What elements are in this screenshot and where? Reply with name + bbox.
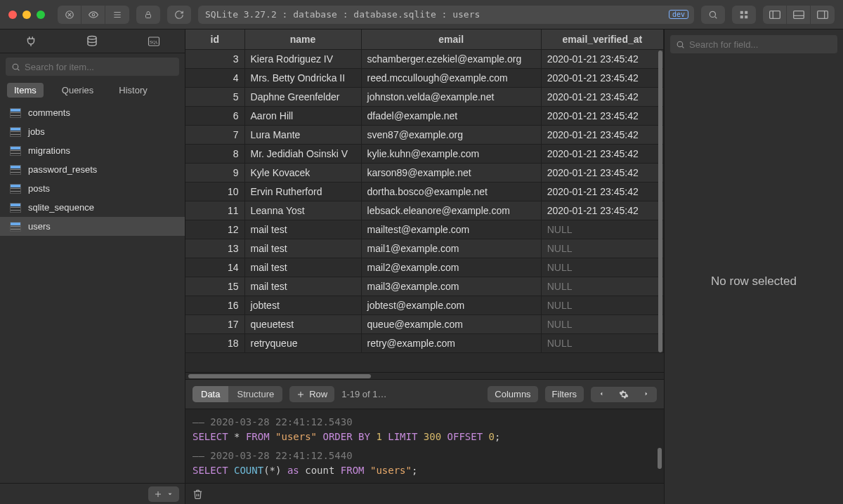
cell-date[interactable]: 2020-01-21 23:45:42 [541, 68, 663, 87]
minimize-window[interactable] [22, 11, 31, 19]
cell-name[interactable]: Lura Mante [244, 125, 361, 144]
cell-email[interactable]: mail3@example.com [361, 277, 541, 296]
cell-name[interactable]: Leanna Yost [244, 201, 361, 220]
panel-right-icon[interactable] [811, 6, 835, 24]
cell-name[interactable]: mail test [244, 220, 361, 239]
prev-page[interactable] [591, 387, 612, 402]
cell-name[interactable]: queuetest [244, 314, 361, 333]
table-row[interactable]: 6Aaron Hilldfadel@example.net2020-01-21 … [185, 106, 664, 125]
cell-date[interactable]: 2020-01-21 23:45:42 [541, 125, 663, 144]
cell-email[interactable]: kylie.kuhn@example.com [361, 144, 541, 163]
table-row[interactable]: 4Mrs. Betty Ondricka IIreed.mccullough@e… [185, 68, 664, 87]
eye-icon[interactable] [81, 6, 105, 24]
table-row[interactable]: 8Mr. Jedidiah Osinski Vkylie.kuhn@exampl… [185, 144, 664, 163]
cell-date[interactable]: 2020-01-21 23:45:42 [541, 182, 663, 201]
table-row[interactable]: 7Lura Mantesven87@example.org2020-01-21 … [185, 125, 664, 144]
segment-items[interactable]: Items [7, 83, 44, 98]
cell-id[interactable]: 18 [185, 333, 244, 352]
table-row[interactable]: 16jobtestjobtest@example.comNULL [185, 296, 664, 314]
cell-id[interactable]: 7 [185, 125, 244, 144]
cell-date[interactable]: 2020-01-21 23:45:42 [541, 144, 663, 163]
add-row-button[interactable]: Row [289, 386, 334, 402]
cell-date[interactable]: 2020-01-21 23:45:42 [541, 106, 663, 125]
sidebar-item-posts[interactable]: posts [0, 179, 185, 198]
breadcrumb[interactable]: SQLite 3.27.2 : database : database.sqli… [198, 6, 694, 24]
cell-id[interactable]: 8 [185, 144, 244, 163]
table-row[interactable]: 5Daphne Greenfelderjohnston.velda@exampl… [185, 87, 664, 106]
table-row[interactable]: 12mail testmailtest@example.comNULL [185, 220, 664, 239]
filters-button[interactable]: Filters [545, 386, 584, 402]
columns-button[interactable]: Columns [488, 386, 537, 402]
cell-name[interactable]: mail test [244, 277, 361, 296]
table-row[interactable]: 13mail testmail1@example.comNULL [185, 239, 664, 258]
zoom-window[interactable] [37, 11, 45, 19]
cell-id[interactable]: 3 [185, 49, 244, 68]
cell-name[interactable]: jobtest [244, 296, 361, 314]
cell-email[interactable]: retry@example.com [361, 333, 541, 352]
cell-email[interactable]: reed.mccullough@example.com [361, 68, 541, 87]
scroll-thumb[interactable] [188, 374, 371, 378]
sidebar-search-input[interactable] [25, 62, 174, 72]
sidebar-item-sqlite_sequence[interactable]: sqlite_sequence [0, 198, 185, 217]
cell-name[interactable]: Kiera Rodriguez IV [244, 49, 361, 68]
table-row[interactable]: 9Kyle Kovacekkarson89@example.net2020-01… [185, 163, 664, 182]
cell-id[interactable]: 6 [185, 106, 244, 125]
cell-id[interactable]: 16 [185, 296, 244, 314]
cell-id[interactable]: 12 [185, 220, 244, 239]
cell-name[interactable]: Kyle Kovacek [244, 163, 361, 182]
page-settings[interactable] [612, 387, 636, 402]
panel-left-icon[interactable] [763, 6, 787, 24]
cell-name[interactable]: Ervin Rutherford [244, 182, 361, 201]
cell-id[interactable]: 13 [185, 239, 244, 258]
cell-name[interactable]: retryqueue [244, 333, 361, 352]
cell-name[interactable]: mail test [244, 258, 361, 277]
cell-email[interactable]: karson89@example.net [361, 163, 541, 182]
cell-name[interactable]: Mrs. Betty Ondricka II [244, 68, 361, 87]
cell-date[interactable]: NULL [541, 220, 663, 239]
cell-date[interactable]: 2020-01-21 23:45:42 [541, 49, 663, 68]
add-menu[interactable] [148, 486, 179, 502]
cell-id[interactable]: 11 [185, 201, 244, 220]
cell-email[interactable]: mail2@example.com [361, 258, 541, 277]
sidebar-item-jobs[interactable]: jobs [0, 122, 185, 141]
cell-email[interactable]: dfadel@example.net [361, 106, 541, 125]
cell-email[interactable]: jobtest@example.com [361, 296, 541, 314]
cell-id[interactable]: 17 [185, 314, 244, 333]
cell-date[interactable]: NULL [541, 296, 663, 314]
tab-structure[interactable]: Structure [228, 386, 282, 402]
cell-name[interactable]: Aaron Hill [244, 106, 361, 125]
table-row[interactable]: 3Kiera Rodriguez IVschamberger.ezekiel@e… [185, 49, 664, 68]
lock-icon[interactable] [136, 6, 160, 24]
sidebar-item-comments[interactable]: comments [0, 103, 185, 122]
data-grid[interactable]: id name email email_verified_at 3Kiera R… [185, 29, 664, 372]
sidebar-item-users[interactable]: users [0, 217, 185, 236]
col-header-name[interactable]: name [244, 29, 361, 49]
cell-name[interactable]: Mr. Jedidiah Osinski V [244, 144, 361, 163]
table-row[interactable]: 17queuetestqueue@example.comNULL [185, 314, 664, 333]
sql-log[interactable]: –– 2020-03-28 22:41:12.5430 SELECT * FRO… [185, 409, 664, 483]
horizontal-scrollbar[interactable] [185, 372, 664, 379]
database-icon[interactable] [86, 35, 98, 48]
next-page[interactable] [636, 387, 657, 402]
col-header-email[interactable]: email [361, 29, 541, 49]
cell-date[interactable]: NULL [541, 277, 663, 296]
col-header-id[interactable]: id [185, 29, 244, 49]
segment-queries[interactable]: Queries [55, 83, 101, 98]
cell-email[interactable]: schamberger.ezekiel@example.org [361, 49, 541, 68]
cell-email[interactable]: queue@example.com [361, 314, 541, 333]
tab-data[interactable]: Data [192, 386, 228, 402]
cell-email[interactable]: lebsack.eleanore@example.com [361, 201, 541, 220]
panel-bottom-icon[interactable] [787, 6, 811, 24]
close-window[interactable] [8, 11, 17, 19]
sql-scrollbar[interactable] [658, 448, 662, 469]
cell-id[interactable]: 14 [185, 258, 244, 277]
cell-id[interactable]: 9 [185, 163, 244, 182]
cell-name[interactable]: Daphne Greenfelder [244, 87, 361, 106]
cell-id[interactable]: 15 [185, 277, 244, 296]
sql-icon[interactable]: SQL [148, 36, 160, 47]
table-row[interactable]: 15mail testmail3@example.comNULL [185, 277, 664, 296]
table-row[interactable]: 10Ervin Rutherforddortha.bosco@example.n… [185, 182, 664, 201]
cell-id[interactable]: 4 [185, 68, 244, 87]
segment-history[interactable]: History [112, 83, 154, 98]
cell-date[interactable]: 2020-01-21 23:45:42 [541, 87, 663, 106]
